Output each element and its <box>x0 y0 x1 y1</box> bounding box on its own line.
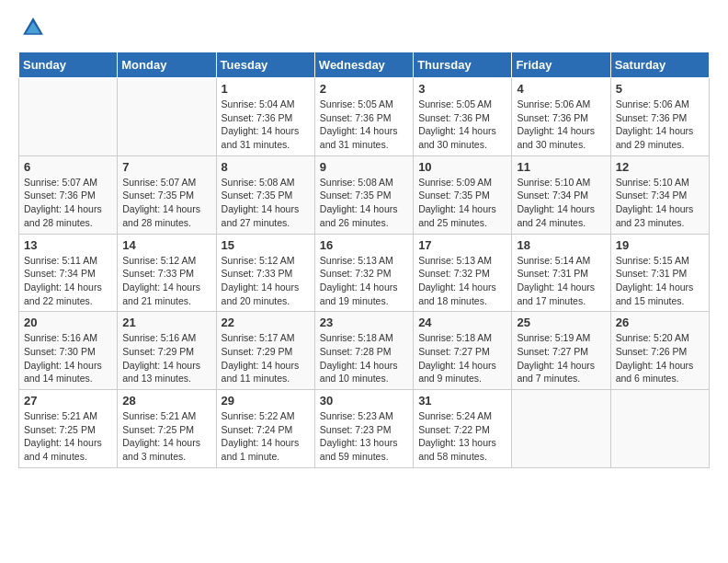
calendar-cell: 15Sunrise: 5:12 AMSunset: 7:33 PMDayligh… <box>216 234 314 312</box>
day-number: 10 <box>418 160 506 174</box>
day-header-friday: Friday <box>512 52 610 78</box>
day-number: 12 <box>616 160 704 174</box>
day-number: 21 <box>122 316 210 329</box>
calendar-week-4: 20Sunrise: 5:16 AMSunset: 7:30 PMDayligh… <box>19 312 710 390</box>
calendar-cell: 26Sunrise: 5:20 AMSunset: 7:26 PMDayligh… <box>610 312 709 390</box>
day-info: Sunrise: 5:23 AMSunset: 7:23 PMDaylight:… <box>320 409 408 464</box>
day-info: Sunrise: 5:12 AMSunset: 7:33 PMDaylight:… <box>122 254 210 308</box>
calendar-cell: 11Sunrise: 5:10 AMSunset: 7:34 PMDayligh… <box>512 155 610 234</box>
day-info: Sunrise: 5:16 AMSunset: 7:30 PMDaylight:… <box>24 331 112 385</box>
day-number: 20 <box>24 316 112 329</box>
day-info: Sunrise: 5:08 AMSunset: 7:35 PMDaylight:… <box>222 176 310 230</box>
day-number: 7 <box>122 160 210 174</box>
calendar-cell: 4Sunrise: 5:06 AMSunset: 7:36 PMDaylight… <box>512 78 610 156</box>
day-number: 23 <box>320 316 408 329</box>
calendar-cell: 9Sunrise: 5:08 AMSunset: 7:35 PMDaylight… <box>314 155 413 234</box>
calendar-cell: 28Sunrise: 5:21 AMSunset: 7:25 PMDayligh… <box>118 390 216 468</box>
day-number: 5 <box>616 82 704 96</box>
day-info: Sunrise: 5:19 AMSunset: 7:27 PMDaylight:… <box>517 331 605 385</box>
calendar-week-2: 6Sunrise: 5:07 AMSunset: 7:36 PMDaylight… <box>19 155 710 234</box>
day-number: 3 <box>418 82 506 96</box>
day-info: Sunrise: 5:24 AMSunset: 7:22 PMDaylight:… <box>418 409 506 464</box>
day-info: Sunrise: 5:14 AMSunset: 7:31 PMDaylight:… <box>517 254 605 308</box>
day-header-monday: Monday <box>118 52 216 78</box>
page-header <box>18 15 710 44</box>
day-info: Sunrise: 5:08 AMSunset: 7:35 PMDaylight:… <box>320 176 408 230</box>
day-number: 22 <box>222 316 310 329</box>
day-number: 27 <box>24 394 112 408</box>
calendar-cell: 8Sunrise: 5:08 AMSunset: 7:35 PMDaylight… <box>216 155 314 234</box>
calendar-cell: 20Sunrise: 5:16 AMSunset: 7:30 PMDayligh… <box>19 312 118 390</box>
calendar-week-1: 1Sunrise: 5:04 AMSunset: 7:36 PMDaylight… <box>19 78 710 156</box>
calendar-cell: 13Sunrise: 5:11 AMSunset: 7:34 PMDayligh… <box>19 234 118 312</box>
calendar-cell: 6Sunrise: 5:07 AMSunset: 7:36 PMDaylight… <box>19 155 118 234</box>
day-number: 18 <box>517 238 605 252</box>
day-header-wednesday: Wednesday <box>314 52 413 78</box>
day-header-tuesday: Tuesday <box>216 52 314 78</box>
calendar-cell: 29Sunrise: 5:22 AMSunset: 7:24 PMDayligh… <box>216 390 314 468</box>
calendar-cell <box>118 78 216 156</box>
day-info: Sunrise: 5:10 AMSunset: 7:34 PMDaylight:… <box>517 176 605 230</box>
day-info: Sunrise: 5:06 AMSunset: 7:36 PMDaylight:… <box>616 98 704 152</box>
day-info: Sunrise: 5:07 AMSunset: 7:36 PMDaylight:… <box>24 176 112 230</box>
calendar-cell: 3Sunrise: 5:05 AMSunset: 7:36 PMDaylight… <box>414 78 512 156</box>
calendar-cell: 30Sunrise: 5:23 AMSunset: 7:23 PMDayligh… <box>314 390 413 468</box>
day-info: Sunrise: 5:16 AMSunset: 7:29 PMDaylight:… <box>122 331 210 385</box>
day-number: 13 <box>24 238 112 252</box>
day-info: Sunrise: 5:17 AMSunset: 7:29 PMDaylight:… <box>222 331 310 385</box>
calendar-cell: 1Sunrise: 5:04 AMSunset: 7:36 PMDaylight… <box>216 78 314 156</box>
day-info: Sunrise: 5:22 AMSunset: 7:24 PMDaylight:… <box>222 409 310 464</box>
calendar-cell: 24Sunrise: 5:18 AMSunset: 7:27 PMDayligh… <box>414 312 512 390</box>
day-number: 2 <box>320 82 408 96</box>
day-number: 9 <box>320 160 408 174</box>
day-number: 28 <box>122 394 210 408</box>
day-info: Sunrise: 5:18 AMSunset: 7:28 PMDaylight:… <box>320 331 408 385</box>
day-number: 24 <box>418 316 506 329</box>
day-number: 14 <box>122 238 210 252</box>
day-header-saturday: Saturday <box>610 52 709 78</box>
day-number: 6 <box>24 160 112 174</box>
calendar-cell: 18Sunrise: 5:14 AMSunset: 7:31 PMDayligh… <box>512 234 610 312</box>
calendar-cell: 2Sunrise: 5:05 AMSunset: 7:36 PMDaylight… <box>314 78 413 156</box>
calendar-cell: 5Sunrise: 5:06 AMSunset: 7:36 PMDaylight… <box>610 78 709 156</box>
calendar-cell <box>19 78 118 156</box>
day-info: Sunrise: 5:05 AMSunset: 7:36 PMDaylight:… <box>320 98 408 152</box>
day-info: Sunrise: 5:18 AMSunset: 7:27 PMDaylight:… <box>418 331 506 385</box>
day-number: 19 <box>616 238 704 252</box>
day-number: 8 <box>222 160 310 174</box>
calendar-header-row: SundayMondayTuesdayWednesdayThursdayFrid… <box>19 52 710 78</box>
calendar-week-5: 27Sunrise: 5:21 AMSunset: 7:25 PMDayligh… <box>19 390 710 468</box>
calendar-cell: 14Sunrise: 5:12 AMSunset: 7:33 PMDayligh… <box>118 234 216 312</box>
calendar-cell: 12Sunrise: 5:10 AMSunset: 7:34 PMDayligh… <box>610 155 709 234</box>
day-info: Sunrise: 5:21 AMSunset: 7:25 PMDaylight:… <box>24 409 112 464</box>
day-number: 17 <box>418 238 506 252</box>
calendar-cell <box>610 390 709 468</box>
calendar-cell: 25Sunrise: 5:19 AMSunset: 7:27 PMDayligh… <box>512 312 610 390</box>
calendar-week-3: 13Sunrise: 5:11 AMSunset: 7:34 PMDayligh… <box>19 234 710 312</box>
day-info: Sunrise: 5:04 AMSunset: 7:36 PMDaylight:… <box>222 98 310 152</box>
day-info: Sunrise: 5:15 AMSunset: 7:31 PMDaylight:… <box>616 254 704 308</box>
calendar-cell: 23Sunrise: 5:18 AMSunset: 7:28 PMDayligh… <box>314 312 413 390</box>
logo <box>18 15 46 44</box>
calendar-cell: 7Sunrise: 5:07 AMSunset: 7:35 PMDaylight… <box>118 155 216 234</box>
day-number: 1 <box>222 82 310 96</box>
day-number: 25 <box>517 316 605 329</box>
day-number: 11 <box>517 160 605 174</box>
day-header-sunday: Sunday <box>19 52 118 78</box>
day-number: 31 <box>418 394 506 408</box>
calendar-cell: 19Sunrise: 5:15 AMSunset: 7:31 PMDayligh… <box>610 234 709 312</box>
day-number: 30 <box>320 394 408 408</box>
day-number: 15 <box>222 238 310 252</box>
day-number: 16 <box>320 238 408 252</box>
calendar-cell: 17Sunrise: 5:13 AMSunset: 7:32 PMDayligh… <box>414 234 512 312</box>
day-header-thursday: Thursday <box>414 52 512 78</box>
calendar-cell: 21Sunrise: 5:16 AMSunset: 7:29 PMDayligh… <box>118 312 216 390</box>
day-info: Sunrise: 5:06 AMSunset: 7:36 PMDaylight:… <box>517 98 605 152</box>
calendar-cell: 22Sunrise: 5:17 AMSunset: 7:29 PMDayligh… <box>216 312 314 390</box>
calendar-cell <box>512 390 610 468</box>
day-number: 4 <box>517 82 605 96</box>
calendar-cell: 16Sunrise: 5:13 AMSunset: 7:32 PMDayligh… <box>314 234 413 312</box>
day-info: Sunrise: 5:05 AMSunset: 7:36 PMDaylight:… <box>418 98 506 152</box>
calendar-cell: 10Sunrise: 5:09 AMSunset: 7:35 PMDayligh… <box>414 155 512 234</box>
day-info: Sunrise: 5:20 AMSunset: 7:26 PMDaylight:… <box>616 331 704 385</box>
